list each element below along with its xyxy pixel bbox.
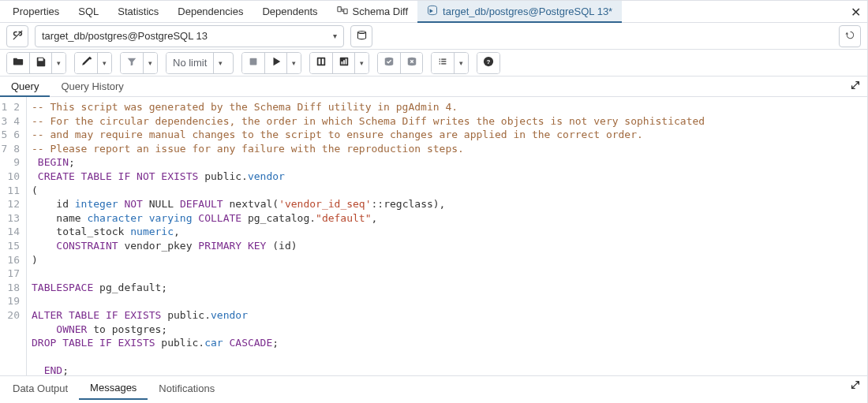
analyze-icon bbox=[339, 56, 350, 69]
edit-menu[interactable]: ▾ bbox=[97, 53, 111, 73]
query-tool-icon bbox=[427, 5, 438, 18]
chevron-down-icon: ▾ bbox=[57, 59, 61, 67]
output-tabs: Data Output Messages Notifications bbox=[0, 376, 867, 400]
tab-label: Data Output bbox=[13, 382, 68, 394]
tab-notifications[interactable]: Notifications bbox=[148, 376, 226, 400]
explain-button[interactable] bbox=[310, 53, 332, 73]
stop-icon bbox=[248, 56, 259, 69]
chevron-down-icon: ▾ bbox=[103, 59, 107, 67]
execute-button[interactable] bbox=[264, 53, 286, 73]
tab-schema-diff[interactable]: Schema Diff bbox=[327, 1, 418, 22]
limit-label: No limit bbox=[173, 57, 207, 69]
edit-group: ▾ bbox=[74, 52, 112, 74]
connection-dropdown[interactable]: target_db/postgres@PostgreSQL 13 ▾ bbox=[35, 25, 344, 47]
tab-label: Schema Diff bbox=[353, 6, 409, 17]
tab-label: Properties bbox=[13, 6, 59, 17]
new-connection-button[interactable] bbox=[350, 25, 372, 47]
tab-label: SQL bbox=[78, 6, 99, 17]
sql-editor[interactable]: 1 2 3 4 5 6 7 8 9 10 11 12 13 14 15 16 1… bbox=[0, 97, 867, 376]
unlink-icon bbox=[12, 29, 24, 43]
folder-icon bbox=[13, 56, 24, 69]
file-group: ▾ bbox=[6, 52, 66, 74]
limit-dropdown[interactable]: No limit ▾ bbox=[166, 52, 234, 74]
tab-dependencies[interactable]: Dependencies bbox=[168, 1, 253, 22]
tab-label: Query bbox=[11, 80, 39, 92]
tab-query-history[interactable]: Query History bbox=[50, 76, 134, 97]
help-button[interactable] bbox=[477, 53, 499, 73]
code-area[interactable]: -- This script was generated by the Sche… bbox=[27, 97, 705, 375]
rollback-button[interactable] bbox=[400, 53, 422, 73]
chevron-down-icon: ▾ bbox=[148, 59, 152, 67]
reset-icon bbox=[844, 29, 856, 43]
tab-query-tool[interactable]: target_db/postgres@PostgreSQL 13* bbox=[417, 1, 622, 23]
help-icon bbox=[483, 56, 494, 69]
macros-button[interactable] bbox=[432, 53, 454, 73]
chevron-down-icon: ▾ bbox=[292, 59, 296, 67]
tab-query[interactable]: Query bbox=[0, 76, 50, 97]
expand-editor-button[interactable] bbox=[850, 80, 861, 93]
filter-group: ▾ bbox=[120, 52, 158, 74]
tab-label: Statistics bbox=[118, 6, 159, 17]
tab-label: Dependencies bbox=[178, 6, 243, 17]
limit-label-area: No limit bbox=[166, 53, 213, 73]
close-tab-button[interactable]: ✕ bbox=[851, 1, 861, 23]
filter-button[interactable] bbox=[121, 53, 143, 73]
connection-label: target_db/postgres@PostgreSQL 13 bbox=[42, 30, 208, 42]
expand-output-button[interactable] bbox=[850, 379, 861, 393]
tab-statistics[interactable]: Statistics bbox=[108, 1, 168, 22]
explain-menu[interactable]: ▾ bbox=[354, 53, 369, 73]
chevron-down-icon: ▾ bbox=[333, 32, 337, 40]
tab-label: Messages bbox=[90, 382, 137, 394]
tab-label: Query History bbox=[61, 80, 123, 92]
schema-diff-icon bbox=[337, 5, 348, 18]
commit-icon bbox=[383, 56, 395, 69]
filter-menu[interactable]: ▾ bbox=[143, 53, 157, 73]
save-file-button[interactable] bbox=[29, 53, 51, 73]
chevron-down-icon: ▾ bbox=[459, 59, 463, 67]
run-group: ▾ bbox=[241, 52, 301, 74]
macros-menu[interactable]: ▾ bbox=[454, 53, 468, 73]
reset-layout-button[interactable] bbox=[839, 25, 861, 47]
help-group bbox=[477, 52, 500, 74]
expand-icon bbox=[850, 381, 861, 393]
open-file-button[interactable] bbox=[7, 53, 29, 73]
list-icon bbox=[437, 56, 448, 69]
tx-group bbox=[377, 52, 423, 74]
connection-status-button[interactable] bbox=[6, 25, 28, 47]
query-toolbar: ▾ ▾ ▾ No limit ▾ ▾ ▾ ▾ bbox=[0, 50, 867, 76]
tab-messages[interactable]: Messages bbox=[79, 376, 148, 400]
limit-caret: ▾ bbox=[213, 53, 227, 73]
rollback-icon bbox=[406, 56, 417, 69]
save-file-menu[interactable]: ▾ bbox=[51, 53, 65, 73]
expand-icon bbox=[850, 81, 861, 93]
database-icon bbox=[356, 29, 368, 43]
tab-label: Notifications bbox=[159, 382, 215, 394]
explain-group: ▾ bbox=[309, 52, 369, 74]
execute-menu[interactable]: ▾ bbox=[286, 53, 301, 73]
chevron-down-icon: ▾ bbox=[360, 59, 364, 67]
editor-tabs: Query Query History bbox=[0, 76, 867, 97]
commit-button[interactable] bbox=[378, 53, 400, 73]
top-tabs: Properties SQL Statistics Dependencies D… bbox=[0, 1, 867, 23]
connection-bar: target_db/postgres@PostgreSQL 13 ▾ bbox=[0, 23, 867, 50]
tab-label: Dependents bbox=[262, 6, 317, 17]
close-icon: ✕ bbox=[851, 5, 861, 20]
chevron-down-icon: ▾ bbox=[219, 59, 223, 67]
line-gutter: 1 2 3 4 5 6 7 8 9 10 11 12 13 14 15 16 1… bbox=[0, 97, 27, 375]
tab-properties[interactable]: Properties bbox=[3, 1, 69, 22]
tab-data-output[interactable]: Data Output bbox=[2, 376, 79, 400]
explain-icon bbox=[316, 56, 327, 69]
tab-sql[interactable]: SQL bbox=[69, 1, 108, 22]
tab-dependents[interactable]: Dependents bbox=[253, 1, 327, 22]
save-icon bbox=[36, 56, 47, 69]
tab-label: target_db/postgres@PostgreSQL 13* bbox=[443, 6, 612, 17]
macros-group: ▾ bbox=[431, 52, 469, 74]
play-icon bbox=[271, 56, 282, 69]
filter-icon bbox=[126, 56, 137, 69]
stop-button[interactable] bbox=[242, 53, 264, 73]
explain-analyze-button[interactable] bbox=[332, 53, 354, 73]
edit-button[interactable] bbox=[75, 53, 97, 73]
pencil-icon bbox=[80, 56, 92, 69]
